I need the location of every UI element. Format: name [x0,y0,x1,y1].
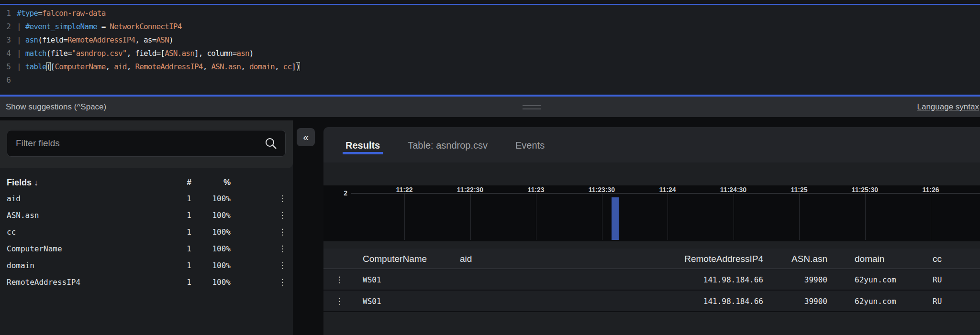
tab-results[interactable]: Results [345,127,380,162]
code-token: , [241,62,249,71]
x-axis-label: 11:22:30 [449,186,492,194]
x-axis-label: 11:23:30 [580,186,624,194]
gridline [536,194,536,240]
table-row[interactable]: ⋮WS01141.98.184.663990062yun.comRU [323,291,980,312]
code-line: 6 [0,74,980,87]
column-header-cc[interactable]: cc [933,249,942,269]
code-token: RemoteAddressIP4 [67,35,135,44]
filter-fields-input[interactable] [7,130,286,157]
line-number: 1 [0,7,11,20]
fields-title[interactable]: Fields ↓ [7,174,38,191]
code-token: | [17,22,25,31]
code-token: ASN [156,35,169,44]
x-axis-label: 11:23 [514,186,557,194]
column-header-domain[interactable]: domain [855,249,884,269]
code-token: falcon-raw-data [42,9,106,18]
table-cell: RU [933,269,942,291]
code-token: (field= [38,35,67,44]
field-count: 1 [158,207,191,224]
table-cell: RU [933,291,942,312]
code-token: domain [249,62,275,71]
field-percent: 100% [196,257,231,274]
gridline [931,194,931,240]
field-percent: 100% [196,190,231,207]
code-token: [ [51,62,55,71]
field-name: RemoteAddressIP4 [7,274,80,291]
tab-events[interactable]: Events [515,127,545,162]
kebab-menu-icon[interactable]: ⋮ [334,269,345,291]
x-axis-label: 11:26 [909,186,952,194]
histogram-bar [612,197,619,240]
tab-table-asndrop-csv[interactable]: Table: asndrop.csv [408,127,488,162]
code-token: "asndrop.csv" [72,49,127,58]
collapse-sidebar-button[interactable]: « [297,128,315,146]
search-icon [265,137,277,150]
table-cell: 62yun.com [855,291,896,312]
gridline [470,194,471,240]
table-cell: 39900 [804,291,827,312]
line-number: 6 [0,74,11,87]
x-axis-label: 11:24 [646,186,689,194]
line-number: 3 [0,33,11,47]
x-axis-label: 11:22 [383,186,426,194]
table-cell: 141.98.184.66 [703,291,763,312]
field-row-domain[interactable]: domain1100%⋮ [0,257,293,274]
kebab-menu-icon[interactable]: ⋮ [277,224,288,240]
sort-down-icon: ↓ [34,178,38,187]
field-name: aid [7,190,21,207]
column-header-computername[interactable]: ComputerName [363,249,427,269]
language-syntax-link[interactable]: Language syntax [917,97,980,117]
code-token: ], column= [194,49,236,58]
code-token: (file= [46,49,72,58]
event-timeline-chart: 2 11:2211:22:3011:2311:23:3011:2411:24:3… [323,185,980,241]
fields-list-header: Fields ↓ # % [0,174,293,191]
field-row-computername[interactable]: ComputerName1100%⋮ [0,240,293,257]
column-header-remoteaddressip4[interactable]: RemoteAddressIP4 [684,249,763,269]
code-token: match [25,49,46,58]
field-count: 1 [158,240,191,257]
count-column-header: # [158,174,191,191]
code-token: , [275,62,283,71]
column-header-asn-asn[interactable]: ASN.asn [791,249,827,269]
x-axis-label: 11:25:30 [844,186,887,194]
code-token: table [25,62,46,71]
query-editor[interactable]: 1#type=falcon-raw-data2| #event_simpleNa… [0,0,980,97]
code-token: #type [17,9,38,18]
field-percent: 100% [196,274,231,291]
table-cell: 39900 [804,269,827,291]
field-row-aid[interactable]: aid1100%⋮ [0,190,293,207]
active-tab-underline [343,152,383,154]
field-count: 1 [158,257,191,274]
gridline [404,194,405,240]
code-token: asn [236,49,249,58]
results-panel: ResultsTable: asndrop.csvEvents 2 11:221… [323,127,980,335]
editor-resize-handle[interactable] [523,105,541,111]
code-token: RemoteAddressIP4 [135,62,202,71]
kebab-menu-icon[interactable]: ⋮ [277,240,288,257]
kebab-menu-icon[interactable]: ⋮ [277,257,288,274]
field-name: ASN.asn [7,207,39,224]
x-axis-label: 11:24:30 [712,186,755,194]
code-token: ) [249,49,254,58]
kebab-menu-icon[interactable]: ⋮ [277,207,288,224]
gridline [668,194,668,240]
code-token: , [127,62,135,71]
kebab-menu-icon[interactable]: ⋮ [277,274,288,291]
field-row-cc[interactable]: cc1100%⋮ [0,224,293,240]
table-cell: WS01 [363,291,381,312]
code-token: aid [114,62,127,71]
field-percent: 100% [196,224,231,240]
code-token: ) [296,62,300,71]
field-row-remoteaddressip4[interactable]: RemoteAddressIP41100%⋮ [0,274,293,291]
field-row-asn-asn[interactable]: ASN.asn1100%⋮ [0,207,293,224]
code-token: #event_simpleName [25,22,97,31]
kebab-menu-icon[interactable]: ⋮ [277,190,288,207]
table-row[interactable]: ⋮WS01141.98.184.663990062yun.comRU [323,269,980,291]
code-token: , [203,62,212,71]
field-name: cc [7,224,16,240]
query-code-lines[interactable]: 1#type=falcon-raw-data2| #event_simpleNa… [0,7,980,87]
code-token: = [38,9,42,18]
code-token: | [17,49,25,58]
column-header-aid[interactable]: aid [460,249,472,269]
kebab-menu-icon[interactable]: ⋮ [334,291,345,312]
